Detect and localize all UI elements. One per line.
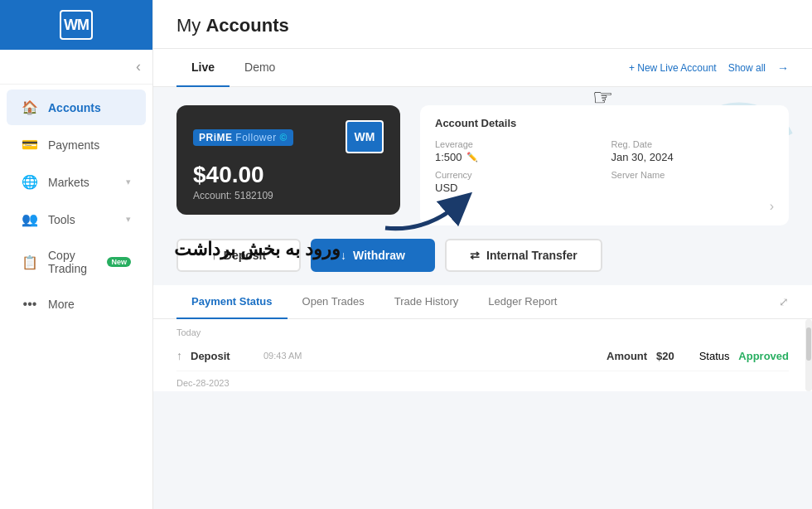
collapse-button[interactable]: ‹ <box>136 58 141 75</box>
page-title: My Accounts <box>176 15 789 36</box>
sidebar-item-label: More <box>48 298 75 311</box>
sidebar-item-label: Copy Trading <box>48 249 97 275</box>
currency-detail: Currency USD <box>435 170 598 194</box>
tab-open-trades[interactable]: Open Trades <box>288 285 379 319</box>
sidebar-item-accounts[interactable]: 🏠 Accounts <box>7 90 146 125</box>
sidebar-item-markets[interactable]: 🌐 Markets ▾ <box>7 164 146 200</box>
sidebar-item-label: Tools <box>48 213 75 226</box>
show-all-link[interactable]: Show all <box>728 62 766 74</box>
globe-icon: 🌐 <box>22 174 38 190</box>
account-section: PRiME Follower © WM $40.00 Account: 5182… <box>153 87 812 239</box>
tab-live[interactable]: Live <box>176 49 230 87</box>
edit-icon[interactable]: ✏️ <box>466 152 478 162</box>
withdraw-button[interactable]: ↓ Withdraw <box>311 239 435 272</box>
page-header: My Accounts <box>153 0 812 49</box>
internal-transfer-button[interactable]: ⇄ Internal Transfer <box>445 239 602 272</box>
tab-ledger-report[interactable]: Ledger Report <box>473 285 572 319</box>
home-icon: 🏠 <box>22 99 38 115</box>
payment-tabs-bar: Payment Status Open Trades Trade History… <box>153 285 812 319</box>
sidebar-item-more[interactable]: ••• More <box>7 287 146 322</box>
account-details-title: Account Details <box>435 117 774 129</box>
account-card: PRiME Follower © WM $40.00 Account: 5182… <box>176 105 400 215</box>
chevron-down-icon: ▾ <box>126 177 131 187</box>
payment-icon: 💳 <box>22 137 38 153</box>
reg-date-detail: Reg. Date Jan 30, 2024 <box>611 139 775 163</box>
sidebar: WM ‹ 🏠 Accounts 💳 Payments 🌐 Markets ▾ 👥… <box>0 0 153 509</box>
action-buttons: ↑ Deposit ↓ Withdraw ⇄ Internal Transfer… <box>153 239 812 285</box>
sidebar-logo: WM <box>0 0 152 50</box>
tab-trade-history[interactable]: Trade History <box>379 285 474 319</box>
deposit-icon: ↑ <box>211 249 217 262</box>
sidebar-item-label: Accounts <box>48 101 101 114</box>
card-badge: PRiME Follower © <box>193 129 293 144</box>
withdraw-icon: ↓ <box>341 249 346 262</box>
scrollbar[interactable] <box>805 319 812 391</box>
card-logo: WM <box>346 120 384 153</box>
sidebar-item-label: Markets <box>48 176 89 189</box>
sidebar-item-payments[interactable]: 💳 Payments <box>7 127 146 162</box>
arrow-icon: → <box>777 61 789 75</box>
sidebar-item-copy-trading[interactable]: 📋 Copy Trading New <box>7 239 146 285</box>
payment-row: ↑ Deposit 09:43 AM Amount $20 Status App… <box>176 341 789 371</box>
sidebar-nav: 🏠 Accounts 💳 Payments 🌐 Markets ▾ 👥 Tool… <box>0 85 152 509</box>
logo-box: WM <box>60 10 93 40</box>
details-grid: Leverage 1:500 ✏️ Reg. Date Jan 30, 2024 <box>435 139 774 194</box>
copy-icon: 📋 <box>22 254 38 270</box>
scroll-thumb <box>806 327 811 361</box>
status-approved: Approved <box>738 350 789 362</box>
sidebar-item-label: Payments <box>48 138 99 152</box>
payment-date-dec: Dec-28-2023 <box>176 371 789 391</box>
main-content: My Accounts Live Demo + New Live Account… <box>153 0 812 509</box>
card-top: PRiME Follower © WM <box>193 120 384 153</box>
leverage-detail: Leverage 1:500 ✏️ <box>435 139 598 163</box>
payment-date-today: Today <box>176 319 789 341</box>
expand-icon[interactable]: ⤢ <box>779 295 789 308</box>
tab-demo[interactable]: Demo <box>230 49 290 87</box>
sidebar-collapse[interactable]: ‹ <box>0 50 152 85</box>
account-details-panel: Account Details Leverage 1:500 ✏️ Reg. D… <box>420 105 789 225</box>
card-account-number: Account: 5182109 <box>193 190 384 201</box>
tools-icon: 👥 <box>22 211 38 227</box>
tab-payment-status[interactable]: Payment Status <box>176 285 288 319</box>
new-live-account-link[interactable]: + New Live Account <box>629 62 717 74</box>
chevron-down-icon: ▾ <box>126 214 131 225</box>
new-badge: New <box>107 257 131 267</box>
payment-list: Today ↑ Deposit 09:43 AM Amount $20 Stat… <box>153 319 812 391</box>
payment-row-icon: ↑ <box>176 349 182 362</box>
account-section-wrap: کپی ترید بیزنس PRiME Follower © <box>153 87 812 285</box>
transfer-icon: ⇄ <box>470 249 480 262</box>
more-icon: ••• <box>22 297 38 312</box>
card-amount: $40.00 <box>193 162 384 188</box>
content-area: Live Demo + New Live Account Show all → … <box>153 49 812 509</box>
account-tabs-bar: Live Demo + New Live Account Show all → <box>153 49 812 87</box>
deposit-button[interactable]: ↑ Deposit <box>176 239 301 272</box>
tabs-right-actions: + New Live Account Show all → <box>629 61 789 75</box>
details-chevron-icon[interactable]: › <box>770 199 774 214</box>
sidebar-item-tools[interactable]: 👥 Tools ▾ <box>7 201 146 237</box>
server-detail: Server Name <box>611 170 775 194</box>
